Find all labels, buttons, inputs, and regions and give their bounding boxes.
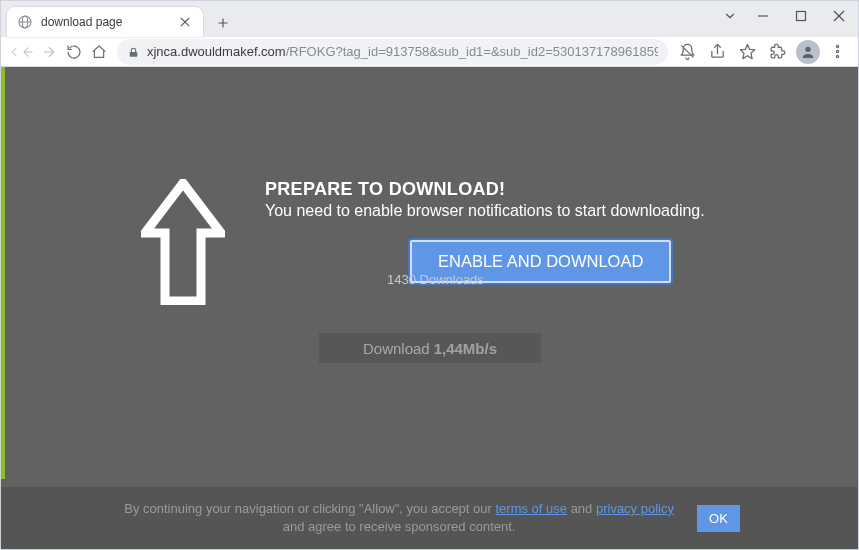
svg-marker-17 (741, 44, 755, 58)
hero-texts: PREPARE TO DOWNLOAD! You need to enable … (265, 179, 705, 305)
share-button[interactable] (704, 38, 732, 66)
extensions-button[interactable] (764, 38, 792, 66)
consent-text: By continuing your navigation or clickin… (119, 500, 679, 535)
new-tab-button[interactable] (209, 9, 237, 37)
toolbar-right-buttons (674, 38, 852, 66)
tab-title: download page (41, 15, 169, 29)
consent-part2: and (567, 501, 596, 516)
left-accent-stripe (1, 67, 5, 479)
svg-point-20 (837, 50, 839, 52)
window-controls (716, 1, 858, 31)
bookmark-button[interactable] (734, 38, 762, 66)
tab-close-button[interactable] (177, 14, 193, 30)
lock-icon (127, 46, 139, 58)
browser-toolbar: xjnca.dwouldmakef.com/RFOKG?tag_id=91375… (1, 37, 858, 67)
window-maximize-button[interactable] (782, 1, 820, 31)
reload-button[interactable] (62, 38, 85, 66)
url-text: xjnca.dwouldmakef.com/RFOKG?tag_id=91375… (147, 44, 658, 59)
downloads-count: 1430 Downloads (387, 272, 484, 287)
profile-avatar[interactable] (796, 40, 820, 64)
notifications-muted-icon[interactable] (674, 38, 702, 66)
speed-label: Download (363, 340, 430, 357)
url-path: /RFOKG?tag_id=913758&sub_id1=&sub_id2=53… (286, 44, 658, 59)
consent-bar: By continuing your navigation or clickin… (1, 487, 858, 549)
page-viewport: PREPARE TO DOWNLOAD! You need to enable … (1, 67, 858, 549)
consent-part3: and agree to receive sponsored content. (283, 519, 516, 534)
home-button[interactable] (88, 38, 111, 66)
window-minimize-button[interactable] (744, 1, 782, 31)
svg-rect-1 (797, 12, 806, 21)
subline: You need to enable browser notifications… (265, 202, 705, 220)
browser-tab[interactable]: download page (7, 7, 203, 37)
address-bar[interactable]: xjnca.dwouldmakef.com/RFOKG?tag_id=91375… (117, 39, 668, 65)
svg-point-19 (837, 45, 839, 47)
svg-point-21 (837, 55, 839, 57)
speed-value: 1,44Mb/s (434, 340, 497, 357)
svg-point-18 (805, 46, 810, 51)
back-button[interactable] (7, 38, 35, 66)
menu-button[interactable] (824, 38, 852, 66)
terms-of-use-link[interactable]: terms of use (495, 501, 567, 516)
headline: PREPARE TO DOWNLOAD! (265, 179, 705, 200)
forward-button[interactable] (37, 38, 60, 66)
window-close-button[interactable] (820, 1, 858, 31)
privacy-policy-link[interactable]: privacy policy (596, 501, 674, 516)
consent-part1: By continuing your navigation or clickin… (124, 501, 495, 516)
tab-search-dropdown[interactable] (716, 1, 744, 31)
url-host: xjnca.dwouldmakef.com (147, 44, 286, 59)
upload-arrow-icon (141, 179, 225, 305)
svg-rect-14 (130, 51, 138, 56)
download-speed-button[interactable]: Download 1,44Mb/s (319, 333, 541, 363)
globe-icon (17, 14, 33, 30)
consent-ok-button[interactable]: OK (697, 505, 740, 532)
